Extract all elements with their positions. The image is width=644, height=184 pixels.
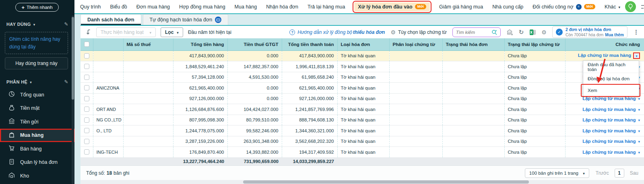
menu-item-anh-dau-a-hach-toan[interactable]: Đánh dấu đã hạch toán <box>583 61 639 73</box>
sidebar-item-quan-ly-hoa-on[interactable]: Quản lý hóa đơn <box>0 156 74 169</box>
nav-item-mua-hang[interactable]: Mua hàng <box>235 4 257 10</box>
row-action-caret-button[interactable] <box>633 52 640 59</box>
refresh-icon[interactable] <box>519 29 524 36</box>
search-input[interactable] <box>455 29 490 35</box>
menu-item-xem[interactable]: Xem <box>583 84 639 96</box>
nav-item-bieu-o[interactable]: Biểu đồ <box>110 4 127 10</box>
row-action-caret-button[interactable] <box>638 139 640 144</box>
sidebar-item-tong-quan[interactable]: Tổng quan <box>0 88 74 102</box>
row-checkbox[interactable] <box>84 64 89 69</box>
total-cell: 1,996,411,818.139 <box>282 61 337 72</box>
row-action-caret-button[interactable] <box>638 150 640 155</box>
pin-this-page-button[interactable]: Hay dùng trang này <box>5 57 68 69</box>
quick-add-button[interactable]: Thêm nhanh <box>15 3 59 12</box>
row-action-menu: Đánh dấu đã hạch toánĐồng bộ lại hóa đơn… <box>583 61 639 96</box>
view-settings-icon[interactable] <box>641 4 644 10</box>
tab-danh-sach-hoa-on[interactable]: Danh sách hóa đơn <box>80 14 141 25</box>
row-action-caret-button[interactable] <box>638 117 640 122</box>
header-invoice-status[interactable]: Trạng thái hóa đơn <box>442 38 504 50</box>
row-action-caret-button[interactable] <box>638 96 640 101</box>
header-doc-class[interactable]: Phân loại chứng từ <box>389 38 442 50</box>
doc-status-cell: Chưa lập <box>504 61 565 72</box>
sidebar-item-kho[interactable]: Kho <box>0 169 74 183</box>
header-amount[interactable]: Tổng tiền hàng <box>173 38 227 50</box>
row-checkbox[interactable] <box>84 149 89 155</box>
row-checkbox[interactable] <box>84 107 89 112</box>
cash-icon <box>8 105 15 112</box>
tab-tu-ong-hach-toan-hoa-on[interactable]: Tự động hạch toán hóa đơn <box>143 14 229 25</box>
create-purchase-doc-link[interactable]: Lập chứng từ mua hàng <box>582 128 636 133</box>
action-cell: Lập chứng từ mua hàng <box>565 136 644 147</box>
document-options-button[interactable]: Tùy chọn lập chứng từ <box>390 29 446 36</box>
edit-pencil-icon[interactable] <box>64 79 68 85</box>
modules-section-header[interactable]: PHÂN HỆ <box>0 79 74 85</box>
row-checkbox[interactable] <box>84 75 89 80</box>
row-checkbox[interactable] <box>84 53 89 59</box>
edit-pencil-icon[interactable] <box>64 21 68 27</box>
header-invoice-type[interactable]: Loại hóa đơn <box>337 38 389 50</box>
sync-guide-link[interactable]: Hướng dẫn xử lý đồng bộ thiếu hóa đơn <box>289 29 385 35</box>
sidebar-item-mua-hang[interactable]: Mua hàng <box>0 129 74 142</box>
select-all-checkbox[interactable] <box>84 42 89 47</box>
units-info: 2 đơn vị nhận hóa đơn <box>566 27 624 32</box>
create-purchase-doc-link[interactable]: Lập chứng từ mua hàng <box>582 139 636 144</box>
row-checkbox[interactable] <box>84 117 89 123</box>
row-action-caret-button[interactable] <box>638 107 640 112</box>
pin-hint-box: Ghim các tính năng hay dùng tại đây <box>5 32 68 54</box>
create-purchase-doc-link[interactable]: Lập chứng từ mua hàng <box>578 53 631 58</box>
vat-cell: 147,882,357.000 <box>227 61 282 72</box>
create-purchase-doc-link[interactable]: Lập chứng từ mua hàng <box>582 150 636 155</box>
header-actions[interactable]: Chức năng <box>565 38 644 50</box>
prev-page-button[interactable]: Trước <box>596 170 609 176</box>
page-size-select[interactable]: 100 bản ghi trên 1 trang <box>525 168 589 178</box>
filter-button[interactable]: Lọc <box>161 27 183 37</box>
row-action-caret-button[interactable] <box>638 128 640 133</box>
sidebar-item-tien-mat[interactable]: Tiền mặt <box>0 102 74 115</box>
batch-actions-dropdown[interactable]: Thực hiện hàng loạt <box>96 27 156 37</box>
more-options-icon[interactable] <box>633 29 639 36</box>
search-icon[interactable] <box>491 29 497 35</box>
current-page-box[interactable]: 1 <box>615 169 624 178</box>
nav-item-tra-lai-hang-mua[interactable]: Trả lại hàng mua <box>308 4 345 10</box>
gear-icon <box>390 29 396 36</box>
lightbulb-icon[interactable] <box>625 1 636 12</box>
table-settings-icon[interactable] <box>541 29 547 36</box>
row-checkbox[interactable] <box>84 128 89 133</box>
nav-item-nhan-hoa-on[interactable]: Nhận hóa đơn <box>266 4 298 10</box>
nav-item-giam-gia-hang-mua[interactable]: Giảm giá hàng mua <box>439 4 483 10</box>
create-purchase-doc-link[interactable]: Lập chứng từ mua hàng <box>582 107 636 112</box>
nav-item-quy-trinh[interactable]: Quy trình <box>80 4 101 10</box>
nav-item-oi-chieu-cong-no[interactable]: Đối chiếu công nợ≡Mới <box>533 4 595 10</box>
row-checkbox[interactable] <box>84 96 89 101</box>
sidebar-scrollbar-thumb[interactable] <box>72 17 74 100</box>
favorites-section-header[interactable]: HAY DÙNG <box>0 21 74 27</box>
menu-item-ong-bo-lai-hoa-on[interactable]: Đồng bộ lại hóa đơn <box>583 73 639 84</box>
buy-more-link[interactable]: Mua thêm <box>605 33 624 37</box>
nav-item-on-mua-hang[interactable]: Đơn mua hàng <box>136 4 170 10</box>
row-checkbox[interactable] <box>84 139 89 144</box>
invoice-status-cell <box>442 104 504 115</box>
header-doc-status[interactable]: Trạng thái lập chứng từ <box>504 38 565 50</box>
collapse-rows-icon[interactable] <box>85 29 91 35</box>
row-checkbox[interactable] <box>84 85 89 90</box>
invoice-quota-box[interactable]: 2 đơn vị nhận hóa đơn Còn 700447 hóa đơn… <box>552 26 627 38</box>
nav-item-nha-cung-cap[interactable]: Nhà cung cấp <box>492 4 523 10</box>
create-purchase-doc-link[interactable]: Lập chứng từ mua hàng <box>582 96 636 101</box>
header-vat[interactable]: Tiền thuế GTGT <box>227 38 282 50</box>
nav-item-label: Trả lại hàng mua <box>308 4 345 10</box>
excel-export-icon[interactable] <box>529 29 536 36</box>
sidebar-item-ban-hang[interactable]: Bán hàng <box>0 142 74 156</box>
header-supplier[interactable] <box>93 38 123 50</box>
header-tax-code[interactable]: Mã số thuế <box>123 38 173 50</box>
horizontal-scrollbar-thumb[interactable] <box>243 180 529 184</box>
header-total[interactable]: Tổng tiền thanh toán <box>282 38 337 50</box>
sidebar-item-tien-gui[interactable]: Tiền gửi <box>0 115 74 129</box>
nav-item-khac[interactable]: Khác <box>605 4 620 10</box>
chevron-down-icon <box>33 22 35 27</box>
nav-item-hop-ong-mua-hang[interactable]: Hợp đồng mua hàng <box>179 4 225 10</box>
next-page-button[interactable]: Sau <box>630 170 638 176</box>
period-label: Đầu năm tới hiện tại <box>188 29 231 35</box>
nav-item-xu-ly-hoa-on-au-vao[interactable]: Xử lý hóa đơn đầu vàoMới <box>354 2 430 11</box>
bank-connect-icon[interactable] <box>506 29 513 36</box>
create-purchase-doc-link[interactable]: Lập chứng từ mua hàng <box>582 117 636 122</box>
